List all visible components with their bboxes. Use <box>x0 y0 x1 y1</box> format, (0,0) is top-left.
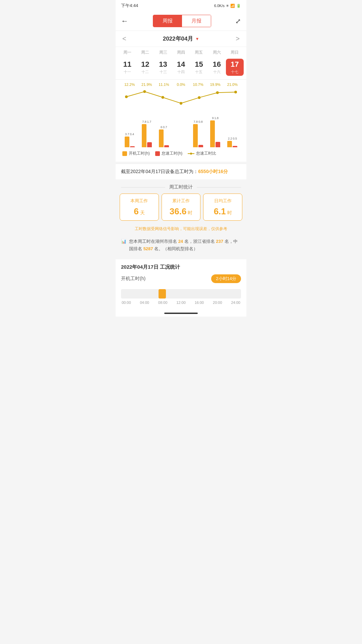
timeline-label-1: 04:00 <box>140 301 149 305</box>
stat-label-weekly: 本周工作 <box>123 198 156 204</box>
date-cell-16[interactable]: 16 十六 <box>208 59 226 76</box>
svg-point-0 <box>125 96 128 98</box>
rank1: 24 <box>178 239 183 244</box>
bar-pair <box>125 137 135 148</box>
day-stat-title: 2022年04月17日 工况统计 <box>121 264 241 270</box>
bar-val-red: 1.7 <box>147 120 152 123</box>
pct-label-1: 21.9% <box>138 83 155 87</box>
rank3: 5287 <box>143 246 153 251</box>
stat-unit-daily: 时 <box>227 210 232 215</box>
stat-num-daily: 6.1 <box>214 206 226 216</box>
date-cell-14[interactable]: 14 十四 <box>172 59 190 76</box>
date-sub: 十二 <box>141 69 149 74</box>
back-button[interactable]: ← <box>121 17 128 25</box>
svg-point-3 <box>180 102 182 105</box>
timeline-label-3: 12:00 <box>176 301 186 305</box>
header: ← 周报 月报 ⤢ <box>116 11 246 31</box>
timeline-active <box>159 289 166 299</box>
weekday-tue: 周二 <box>136 49 154 56</box>
bar-values: 7.8 0.8 <box>194 120 203 124</box>
date-cell-13[interactable]: 13 十三 <box>154 59 172 76</box>
tab-monthly[interactable]: 月报 <box>182 15 211 27</box>
day-stat-section: 2022年04月17日 工况统计 开机工时(h) 2小时14分 <box>116 259 246 289</box>
date-sub: 十七 <box>231 69 238 74</box>
bar-val-red: 0.5 <box>233 137 237 140</box>
ranking-text: 📊 您本周工时在湖州市排名 24 名，浙江省排名 237 名，中国排名 5287… <box>121 238 241 253</box>
pct-label-6: 21.0% <box>224 83 241 87</box>
stat-value-weekly: 6 天 <box>123 207 156 216</box>
stat-card-cumulative: 累计工作 36.6 时 <box>162 194 201 221</box>
timeline-bar <box>121 289 241 299</box>
tab-weekly[interactable]: 周报 <box>153 15 182 27</box>
legend-orange-label: 开机工时(h) <box>129 151 150 156</box>
legend-red-box <box>155 151 160 156</box>
bar-val-red: 0.7 <box>163 125 167 129</box>
bar-red <box>198 145 203 147</box>
timeline-label-6: 24:00 <box>231 301 240 305</box>
chevron-down-icon: ▼ <box>195 37 199 41</box>
timeline-label-2: 08:00 <box>158 301 168 305</box>
weekday-mon: 周一 <box>118 49 136 56</box>
date-cell-11[interactable]: 11 十一 <box>118 59 136 76</box>
bar-red <box>164 145 169 147</box>
legend-orange-box <box>122 151 127 156</box>
bar-val-orange: 7.8 <box>194 120 198 123</box>
timeline-label-0: 00:00 <box>122 301 131 305</box>
week-dates: 11 十一 12 十二 13 十三 14 十四 15 十五 16 十六 17 十… <box>116 57 246 79</box>
stats-cards: 本周工作 6 天 累计工作 36.6 时 日均工作 6.1 时 <box>116 194 246 225</box>
date-cell-15[interactable]: 15 十五 <box>190 59 208 76</box>
bar-values: 9 1.8 <box>212 116 219 120</box>
stat-unit-cumulative: 时 <box>188 210 192 215</box>
day-stat-badge: 2小时14分 <box>211 274 241 283</box>
date-cell-17[interactable]: 17 十七 <box>226 59 244 76</box>
calendar-title[interactable]: 2022年04月 ▼ <box>163 35 199 43</box>
date-sub: 十三 <box>160 69 167 74</box>
bar-val-orange: 2.2 <box>228 137 232 140</box>
date-sub: 十六 <box>213 69 221 74</box>
weekday-fri: 周五 <box>190 49 208 56</box>
bar-group-6: 2.2 0.5 <box>227 137 237 148</box>
note-text: 工时数据受网络信号影响，可能出现误差，仅供参考 <box>116 225 246 235</box>
day-stat-label: 开机工时(h) <box>121 276 145 282</box>
pct-label-3: 0.0% <box>172 83 189 87</box>
calendar-nav: < 2022年04月 ▼ > <box>116 31 246 47</box>
bar-orange <box>193 124 198 147</box>
bar-val-orange: 9 <box>212 116 214 120</box>
bar-values: 3.7 0.4 <box>125 132 134 137</box>
divider-line-right <box>197 187 241 187</box>
ranking-icon: 📊 <box>121 238 126 245</box>
stat-value-daily: 6.1 时 <box>206 207 239 216</box>
bar-pair <box>142 124 152 147</box>
date-num: 17 <box>231 60 239 69</box>
stat-num-weekly: 6 <box>134 206 138 216</box>
date-cell-12[interactable]: 12 十二 <box>136 59 154 76</box>
date-num: 15 <box>195 60 203 69</box>
prev-month-button[interactable]: < <box>122 35 126 43</box>
total-hours-section: 截至2022年04月17日设备总工时为：6550小时16分 <box>116 164 246 179</box>
ranking-text4: 名。（相同机型排名） <box>154 246 198 251</box>
total-hours-prefix: 截至2022年04月17日设备总工时为： <box>121 169 198 174</box>
divider-line-left <box>121 187 165 187</box>
status-time: 下午4:44 <box>121 3 138 9</box>
share-button[interactable]: ⤢ <box>235 17 241 25</box>
legend-orange: 开机工时(h) <box>122 151 150 156</box>
stat-label-cumulative: 累计工作 <box>165 198 198 204</box>
bar-pair <box>210 120 220 147</box>
legend-line-label: 怠速工时比 <box>196 151 216 156</box>
date-num: 13 <box>159 60 167 69</box>
date-num: 14 <box>177 60 185 69</box>
bar-group-2: 6 0.7 <box>159 125 169 147</box>
svg-point-4 <box>198 96 200 99</box>
bar-values: 7.8 1.7 <box>142 120 151 124</box>
bar-val-red: 1.8 <box>215 116 219 120</box>
total-hours-value: 6550小时16分 <box>198 169 228 174</box>
rank2: 237 <box>216 239 223 244</box>
legend-red: 怠速工时(h) <box>155 151 183 156</box>
bar-chart: 3.7 0.4 7.8 1.7 6 0.7 <box>120 110 242 147</box>
bar-orange <box>227 141 232 148</box>
pct-label-5: 19.9% <box>207 83 224 87</box>
stat-unit-weekly: 天 <box>140 210 145 215</box>
next-month-button[interactable]: > <box>236 35 240 43</box>
bar-values: 2.2 0.5 <box>228 137 237 141</box>
date-num: 16 <box>213 60 221 69</box>
